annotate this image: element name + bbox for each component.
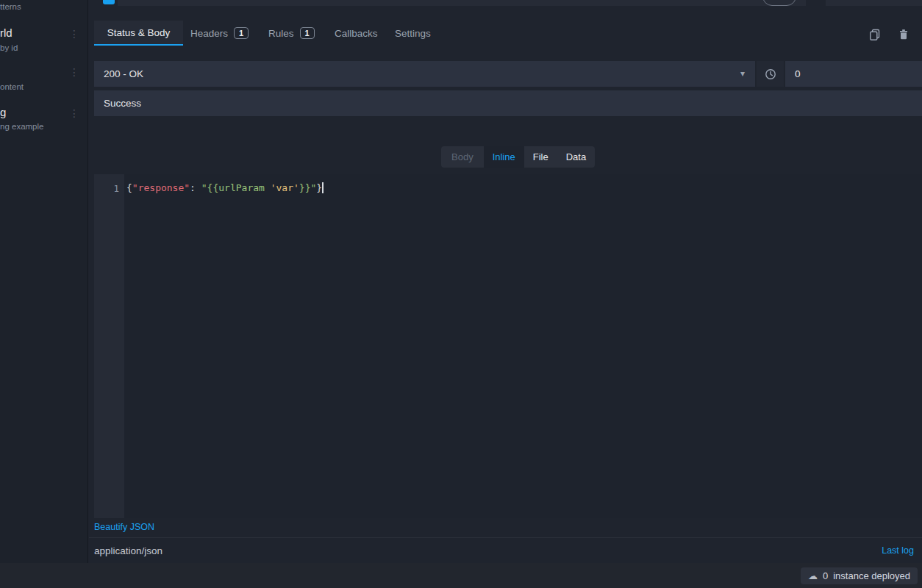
disable-rules-icon[interactable]: ✕ (882, 0, 890, 6)
response-mode-toolbar: ⇄ ↻ ✕ ⇥ (826, 0, 922, 6)
route-menu-icon[interactable]: ⋮ (69, 29, 79, 38)
response-label-input[interactable]: Success (94, 90, 922, 116)
tab-label: Settings (395, 28, 431, 39)
response-title-input[interactable]: Response 1 (200) Success (118, 0, 806, 6)
rules-count-badge: 1 (300, 27, 315, 39)
tab-settings[interactable]: Settings (395, 21, 431, 46)
code-token: }}" (299, 182, 316, 193)
body-type-label: Body (441, 146, 484, 168)
route-subtitle: by id (0, 43, 18, 52)
tab-label: Callbacks (335, 28, 378, 39)
code-token: 'var' (271, 182, 299, 193)
response-panel: Response 1 (200) Success ⇄ ↻ ✕ ⇥ Status … (89, 0, 922, 563)
route-title: g (0, 106, 6, 118)
route-menu-icon[interactable]: ⋮ (69, 68, 79, 76)
body-editor[interactable]: 1 {"response": "{{urlParam 'var'}}"} (94, 174, 922, 518)
tab-label: Status & Body (107, 27, 171, 38)
deployed-text: instance deployed (833, 570, 910, 581)
code-token: "{{urlParam (201, 182, 271, 193)
headers-count-badge: 1 (234, 27, 249, 39)
route-title: rld (0, 26, 12, 39)
code-token: { (126, 182, 132, 193)
beautify-json-link[interactable]: Beautify JSON (94, 522, 154, 532)
deployed-count: 0 (823, 570, 828, 581)
status-bar: ☁ 0 instance deployed (0, 563, 922, 588)
status-code-value: 200 - OK (104, 68, 143, 79)
body-type-inline[interactable]: Inline (484, 146, 524, 168)
tab-headers[interactable]: Headers 1 (190, 21, 249, 46)
clock-icon (765, 68, 776, 80)
deployment-status-chip[interactable]: ☁ 0 instance deployed (801, 567, 918, 584)
code-token: : (190, 182, 201, 193)
route-subtitle: ng example (0, 122, 43, 131)
last-log-link[interactable]: Last log (882, 545, 914, 556)
tab-callbacks[interactable]: Callbacks (335, 21, 378, 46)
latency-input[interactable]: 0 (785, 61, 922, 87)
code-token: } (316, 182, 322, 193)
route-menu-icon[interactable]: ⋮ (69, 109, 79, 118)
divider (89, 537, 922, 538)
code-line[interactable]: {"response": "{{urlParam 'var'}}"} (126, 182, 324, 193)
content-type-text: application/json (94, 545, 162, 556)
text-cursor (322, 182, 324, 193)
body-type-toggle: Body Inline File Data (441, 146, 595, 168)
delete-response-icon[interactable] (898, 29, 910, 40)
tab-rules[interactable]: Rules 1 (268, 21, 315, 46)
duplicate-response-icon[interactable] (869, 29, 881, 40)
route-subtitle: ontent (0, 82, 24, 91)
tab-status-body[interactable]: Status & Body (94, 21, 183, 46)
body-type-data[interactable]: Data (557, 146, 595, 168)
shuffle-icon[interactable]: ⇄ (834, 0, 842, 6)
code-token: "response" (132, 182, 190, 193)
body-type-file[interactable]: File (524, 146, 557, 168)
cloud-icon: ☁ (808, 570, 818, 581)
route-subtitle: tterns (0, 2, 21, 11)
editor-gutter: 1 (94, 174, 124, 518)
fallback-icon[interactable]: ⇥ (906, 0, 914, 6)
tab-label: Rules (268, 28, 294, 39)
chevron-down-icon: ▾ (740, 61, 745, 87)
app-window: { "accent_color": "#1ba1f1", "topbar": {… (0, 0, 922, 588)
tab-label: Headers (190, 28, 228, 39)
default-response-checkbox[interactable] (103, 0, 115, 4)
line-number: 1 (94, 183, 119, 194)
routes-sidebar: tterns rld ⋮ by id ⋮ ontent g ⋮ ng examp… (0, 0, 88, 563)
latency-button[interactable] (757, 61, 784, 87)
sequential-icon[interactable]: ↻ (858, 0, 866, 6)
status-code-select[interactable]: 200 - OK ▾ (94, 61, 755, 87)
